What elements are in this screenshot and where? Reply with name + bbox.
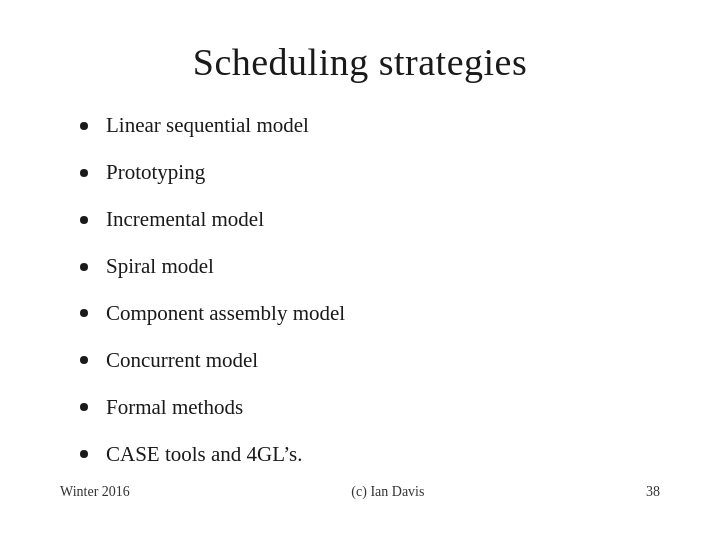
slide-footer: Winter 2016 (c) Ian Davis 38 (60, 480, 660, 500)
footer-right: 38 (646, 484, 660, 500)
bullet-item: Prototyping (80, 159, 660, 186)
bullet-dot (80, 309, 88, 317)
bullet-dot (80, 263, 88, 271)
bullet-item: CASE tools and 4GL’s. (80, 441, 660, 468)
bullet-text: CASE tools and 4GL’s. (106, 441, 302, 468)
bullet-item: Linear sequential model (80, 112, 660, 139)
bullet-dot (80, 356, 88, 364)
bullet-text: Prototyping (106, 159, 205, 186)
bullet-dot (80, 169, 88, 177)
bullet-item: Spiral model (80, 253, 660, 280)
bullet-list: Linear sequential modelPrototypingIncrem… (60, 112, 660, 468)
bullet-text: Spiral model (106, 253, 214, 280)
bullet-dot (80, 450, 88, 458)
bullet-text: Incremental model (106, 206, 264, 233)
bullet-text: Component assembly model (106, 300, 345, 327)
bullet-item: Component assembly model (80, 300, 660, 327)
footer-center: (c) Ian Davis (130, 484, 646, 500)
footer-left: Winter 2016 (60, 484, 130, 500)
bullet-item: Incremental model (80, 206, 660, 233)
bullet-item: Concurrent model (80, 347, 660, 374)
bullet-dot (80, 122, 88, 130)
bullet-text: Concurrent model (106, 347, 258, 374)
bullet-item: Formal methods (80, 394, 660, 421)
bullet-text: Linear sequential model (106, 112, 309, 139)
bullet-dot (80, 216, 88, 224)
slide: Scheduling strategies Linear sequential … (0, 0, 720, 540)
bullet-dot (80, 403, 88, 411)
bullet-text: Formal methods (106, 394, 243, 421)
slide-title: Scheduling strategies (60, 40, 660, 84)
